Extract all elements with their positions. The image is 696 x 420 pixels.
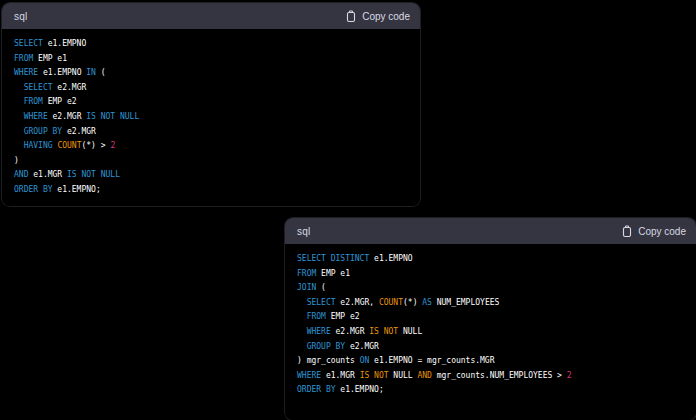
code-token bbox=[297, 327, 307, 336]
code-token: AND bbox=[14, 170, 28, 179]
code-token: e1.EMPNO; bbox=[53, 185, 101, 194]
copy-code-label: Copy code bbox=[362, 11, 410, 22]
code-token: IS NOT NULL bbox=[86, 112, 139, 121]
code-line: WHERE e1.MGR IS NOT NULL AND mgr_counts.… bbox=[297, 369, 684, 384]
code-token: ) mgr_counts bbox=[297, 356, 360, 365]
code-token: e1.EMPNO = mgr_counts.MGR bbox=[369, 356, 494, 365]
code-token: FROM bbox=[24, 97, 43, 106]
code-token: e2.MGR, bbox=[336, 298, 379, 307]
code-token: SELECT bbox=[24, 83, 53, 92]
code-line: ) bbox=[14, 154, 408, 169]
code-header: sql Copy code bbox=[2, 3, 420, 29]
clipboard-icon bbox=[621, 225, 633, 238]
copy-code-label: Copy code bbox=[638, 226, 686, 237]
code-line: SELECT e2.MGR, COUNT(*) AS NUM_EMPLOYEES bbox=[297, 296, 684, 311]
copy-code-button[interactable]: Copy code bbox=[345, 10, 410, 23]
code-token: e2.MGR bbox=[345, 342, 379, 351]
code-line: FROM EMP e2 bbox=[14, 95, 408, 110]
code-token: FROM bbox=[307, 312, 326, 321]
copy-code-button[interactable]: Copy code bbox=[621, 225, 686, 238]
code-token: EMP e2 bbox=[326, 312, 360, 321]
code-header: sql Copy code bbox=[285, 218, 696, 244]
sql-code-block-1: sql Copy code SELECT e1.EMPNOFROM EMP e1… bbox=[2, 3, 420, 206]
code-token: e1.EMPNO bbox=[38, 68, 86, 77]
code-token bbox=[297, 342, 307, 351]
code-token: e1.EMPNO bbox=[43, 39, 86, 48]
language-label: sql bbox=[297, 226, 310, 237]
code-token: e2.MGR bbox=[331, 327, 370, 336]
page-background: { "page": { "background": "#000000" }, "… bbox=[0, 0, 696, 420]
code-token bbox=[14, 112, 24, 121]
code-token bbox=[14, 127, 24, 136]
code-token: e2.MGR bbox=[48, 112, 87, 121]
code-token: ( bbox=[96, 68, 106, 77]
code-line: SELECT e2.MGR bbox=[14, 81, 408, 96]
code-token: ON bbox=[360, 356, 370, 365]
code-token: e2.MGR bbox=[62, 127, 96, 136]
code-token: COUNT bbox=[57, 141, 81, 150]
code-token: FROM bbox=[14, 54, 33, 63]
code-token: ORDER BY bbox=[297, 385, 336, 394]
code-token: NULL bbox=[389, 371, 418, 380]
code-token: NUM_EMPLOYEES bbox=[432, 298, 499, 307]
code-token: WHERE bbox=[24, 112, 48, 121]
code-token: e2.MGR bbox=[53, 83, 87, 92]
code-line: FROM EMP e2 bbox=[297, 310, 684, 325]
code-token: 2 bbox=[110, 141, 115, 150]
code-token: WHERE bbox=[14, 68, 38, 77]
code-token: EMP e1 bbox=[316, 269, 350, 278]
code-token: ( bbox=[316, 283, 326, 292]
code-token: EMP e2 bbox=[43, 97, 77, 106]
code-token bbox=[14, 83, 24, 92]
language-label: sql bbox=[14, 11, 27, 22]
code-token: AS bbox=[422, 298, 432, 307]
code-token: SELECT bbox=[14, 39, 43, 48]
code-token bbox=[297, 298, 307, 307]
code-token: SELECT bbox=[307, 298, 336, 307]
code-token: IS NOT bbox=[369, 327, 398, 336]
code-token: e1.MGR bbox=[28, 170, 67, 179]
code-line: GROUP BY e2.MGR bbox=[297, 340, 684, 355]
code-line: ) mgr_counts ON e1.EMPNO = mgr_counts.MG… bbox=[297, 354, 684, 369]
code-token: IS NOT bbox=[360, 371, 389, 380]
code-token: (*) bbox=[403, 298, 422, 307]
code-token: e1.EMPNO; bbox=[336, 385, 384, 394]
code-line: AND e1.MGR IS NOT NULL bbox=[14, 168, 408, 183]
code-token: mgr_counts.NUM_EMPLOYEES > bbox=[432, 371, 567, 380]
code-content: SELECT DISTINCT e1.EMPNOFROM EMP e1JOIN … bbox=[285, 244, 696, 420]
code-token: EMP e1 bbox=[33, 54, 67, 63]
code-token: NULL bbox=[398, 327, 422, 336]
code-line: GROUP BY e2.MGR bbox=[14, 125, 408, 140]
code-line: WHERE e2.MGR IS NOT NULL bbox=[297, 325, 684, 340]
code-token bbox=[14, 97, 24, 106]
code-line: SELECT e1.EMPNO bbox=[14, 37, 408, 52]
code-line: WHERE e2.MGR IS NOT NULL bbox=[14, 110, 408, 125]
code-token: COUNT bbox=[379, 298, 403, 307]
code-token: HAVING bbox=[24, 141, 53, 150]
code-token bbox=[14, 141, 24, 150]
code-line: ORDER BY e1.EMPNO; bbox=[297, 383, 684, 398]
clipboard-icon bbox=[345, 10, 357, 23]
code-token: FROM bbox=[297, 269, 316, 278]
code-token: JOIN bbox=[297, 283, 316, 292]
code-token: WHERE bbox=[307, 327, 331, 336]
code-token: SELECT DISTINCT bbox=[297, 254, 369, 263]
code-line: FROM EMP e1 bbox=[297, 267, 684, 282]
code-token: GROUP BY bbox=[307, 342, 346, 351]
code-token: ) bbox=[14, 156, 19, 165]
code-content: SELECT e1.EMPNOFROM EMP e1WHERE e1.EMPNO… bbox=[2, 29, 420, 206]
code-line: FROM EMP e1 bbox=[14, 52, 408, 67]
code-token: e1.MGR bbox=[321, 371, 360, 380]
code-line: WHERE e1.EMPNO IN ( bbox=[14, 66, 408, 81]
code-line: SELECT DISTINCT e1.EMPNO bbox=[297, 252, 684, 267]
code-line: ORDER BY e1.EMPNO; bbox=[14, 183, 408, 198]
code-token: AND bbox=[417, 371, 431, 380]
sql-code-block-2: sql Copy code SELECT DISTINCT e1.EMPNOFR… bbox=[285, 218, 696, 420]
code-token bbox=[297, 312, 307, 321]
code-token: IN bbox=[86, 68, 96, 77]
code-token: ORDER BY bbox=[14, 185, 53, 194]
code-token: IS NOT NULL bbox=[67, 170, 120, 179]
code-token: (*) > bbox=[81, 141, 110, 150]
code-line: JOIN ( bbox=[297, 281, 684, 296]
code-token: e1.EMPNO bbox=[369, 254, 412, 263]
